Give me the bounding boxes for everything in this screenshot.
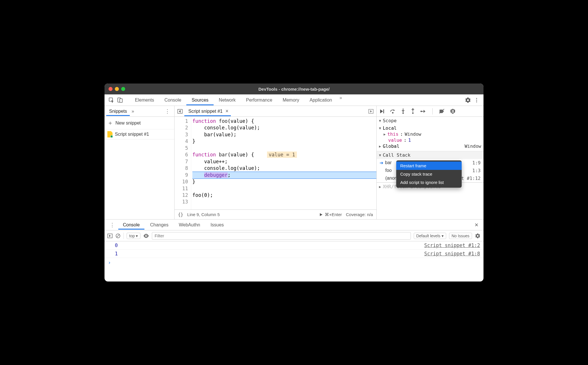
console-sidebar-icon[interactable] <box>107 233 113 238</box>
step-out-icon[interactable] <box>411 108 415 114</box>
console-prompt[interactable]: › <box>105 258 483 267</box>
cursor-position: Line 9, Column 5 <box>187 212 315 217</box>
pause-on-exceptions-icon[interactable] <box>450 108 456 114</box>
triangle-right-icon[interactable]: ▶ <box>384 132 386 136</box>
maximize-window-icon[interactable] <box>121 87 125 91</box>
debugger-toolbar <box>377 106 483 117</box>
svg-rect-14 <box>452 110 452 113</box>
tab-sources[interactable]: Sources <box>186 95 214 105</box>
new-snippet-label: New snippet <box>115 121 141 126</box>
main-toolbar: Elements Console Sources Network Perform… <box>105 94 483 106</box>
tab-application[interactable]: Application <box>304 95 337 105</box>
file-label: Script snippet #1 <box>115 132 149 137</box>
svg-rect-15 <box>453 110 454 113</box>
editor-statusbar: {} Line 9, Column 5 ⌘+Enter Coverage: n/… <box>175 209 376 219</box>
message-source-link[interactable]: Script snippet #1:2 <box>424 242 480 248</box>
more-tabs-icon[interactable]: » <box>339 95 345 105</box>
tab-elements[interactable]: Elements <box>130 95 159 105</box>
ctx-copy-stack[interactable]: Copy stack trace <box>396 170 462 178</box>
svg-point-3 <box>476 98 477 99</box>
clear-console-icon[interactable] <box>115 233 121 238</box>
svg-rect-2 <box>120 99 122 102</box>
settings-icon[interactable] <box>464 96 472 104</box>
triangle-down-icon: ▼ <box>379 126 381 130</box>
console-message: 0 Script snippet #1:2 <box>105 241 483 250</box>
snippet-file-icon <box>107 131 113 137</box>
sources-panel: Snippets » ⋮ ＋ New snippet Script snippe… <box>105 106 483 219</box>
console-toolbar: top ▾ Default levels ▾ No Issues <box>105 230 483 241</box>
console-body: 0 Script snippet #1:2 1 Script snippet #… <box>105 241 483 281</box>
callstack-section-header[interactable]: ▼ Call Stack <box>377 151 483 159</box>
drawer-panel: ⋮ Console Changes WebAuthn Issues × top … <box>105 219 483 281</box>
svg-point-5 <box>476 101 477 102</box>
line-gutter: 12345678910111213 <box>175 117 191 209</box>
message-source-link[interactable]: Script snippet #1:8 <box>424 251 480 257</box>
kebab-menu-icon[interactable] <box>473 96 481 104</box>
sidebar-more-icon[interactable]: » <box>131 109 134 114</box>
triangle-down-icon: ▼ <box>379 153 381 157</box>
tab-network[interactable]: Network <box>214 95 241 105</box>
step-into-icon[interactable] <box>401 108 405 114</box>
svg-point-19 <box>146 235 147 236</box>
new-snippet-button[interactable]: ＋ New snippet <box>105 117 174 129</box>
debugger-pane: ▼ Scope ▼Local ▶this: Window value: 1 ▶G… <box>377 106 483 219</box>
issues-button[interactable]: No Issues <box>449 233 472 239</box>
svg-point-11 <box>412 112 414 114</box>
scope-section-header[interactable]: ▼ Scope <box>377 117 483 125</box>
svg-point-10 <box>403 112 404 114</box>
panel-tabs: Elements Console Sources Network Perform… <box>130 95 463 105</box>
editor-tab[interactable]: Script snippet #1 × <box>184 106 231 116</box>
tab-performance[interactable]: Performance <box>241 95 278 105</box>
ctx-ignore-list[interactable]: Add script to ignore list <box>396 178 462 187</box>
drawer-tab-changes[interactable]: Changes <box>146 221 173 229</box>
svg-point-12 <box>421 110 422 112</box>
console-settings-icon[interactable] <box>475 233 481 239</box>
drawer-tab-console[interactable]: Console <box>118 221 144 229</box>
editor-tab-label: Script snippet #1 <box>188 109 223 114</box>
run-snippet-icon[interactable] <box>368 109 374 114</box>
close-window-icon[interactable] <box>109 87 113 91</box>
plus-icon: ＋ <box>107 119 113 127</box>
pretty-print-icon[interactable]: {} <box>178 212 183 217</box>
step-over-icon[interactable] <box>390 109 396 114</box>
context-selector[interactable]: top ▾ <box>127 233 140 239</box>
triangle-down-icon: ▼ <box>379 119 381 123</box>
toggle-navigator-icon[interactable] <box>177 109 183 114</box>
console-message: 1 Script snippet #1:8 <box>105 250 483 258</box>
run-hint: ⌘+Enter <box>319 212 342 217</box>
svg-point-9 <box>392 112 394 113</box>
drawer-kebab-icon[interactable]: ⋮ <box>107 222 117 228</box>
sidebar-kebab-icon[interactable]: ⋮ <box>163 108 173 114</box>
device-toggle-icon[interactable] <box>116 96 124 104</box>
window-title: DevTools - chrome://new-tab-page/ <box>105 87 483 92</box>
file-item[interactable]: Script snippet #1 <box>105 129 174 139</box>
close-tab-icon[interactable]: × <box>225 108 229 114</box>
deactivate-breakpoints-icon[interactable] <box>439 109 445 114</box>
levels-selector[interactable]: Default levels ▾ <box>414 233 446 239</box>
filter-input[interactable] <box>152 232 411 240</box>
drawer-tab-issues[interactable]: Issues <box>206 221 228 229</box>
titlebar[interactable]: DevTools - chrome://new-tab-page/ <box>105 84 483 94</box>
ctx-restart-frame[interactable]: Restart frame <box>396 162 462 170</box>
tab-memory[interactable]: Memory <box>277 95 304 105</box>
drawer-tab-webauthn[interactable]: WebAuthn <box>174 221 205 229</box>
context-menu: Restart frame Copy stack trace Add scrip… <box>396 160 462 188</box>
inspect-icon[interactable] <box>107 96 115 104</box>
step-icon[interactable] <box>420 109 426 114</box>
triangle-right-icon[interactable]: ▶ <box>379 144 381 148</box>
editor-pane: Script snippet #1 × 12345678910111213 fu… <box>175 106 377 219</box>
svg-point-4 <box>476 100 477 100</box>
coverage-label: Coverage: n/a <box>346 212 373 217</box>
live-expression-icon[interactable] <box>143 234 149 238</box>
devtools-window: DevTools - chrome://new-tab-page/ Elemen… <box>105 84 483 281</box>
drawer-close-icon[interactable]: × <box>472 221 481 229</box>
minimize-window-icon[interactable] <box>115 87 119 91</box>
code-content[interactable]: function foo(value) { console.log(value)… <box>191 117 376 209</box>
resume-icon[interactable] <box>379 108 385 114</box>
tab-console[interactable]: Console <box>159 95 187 105</box>
svg-rect-8 <box>383 109 384 113</box>
svg-line-18 <box>117 234 119 237</box>
sources-sidebar: Snippets » ⋮ ＋ New snippet Script snippe… <box>105 106 175 219</box>
sidebar-tab-snippets[interactable]: Snippets <box>106 107 130 116</box>
